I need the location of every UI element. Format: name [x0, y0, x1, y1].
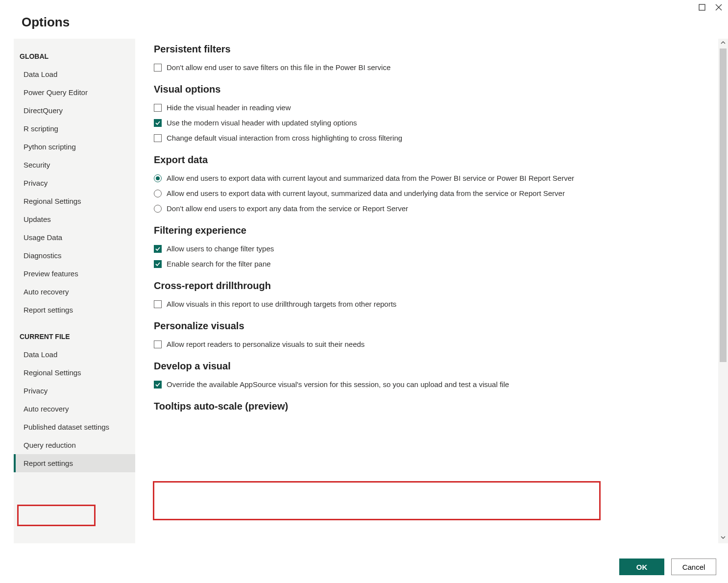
radio-export-underlying[interactable]	[154, 190, 162, 197]
maximize-icon[interactable]	[699, 4, 705, 12]
sidebar-heading-current: CURRENT FILE	[14, 328, 135, 345]
sidebar-item-cf-auto-recovery[interactable]: Auto recovery	[14, 400, 135, 418]
checkbox-override-appsource[interactable]	[154, 381, 162, 389]
sidebar-item-diagnostics[interactable]: Diagnostics	[14, 246, 135, 265]
checkbox-cross-report-drillthrough[interactable]	[154, 300, 162, 308]
label-modern-visual-header: Use the modern visual header with update…	[167, 119, 357, 127]
sidebar-item-directquery[interactable]: DirectQuery	[14, 101, 135, 120]
section-title-cross-report: Cross-report drillthrough	[154, 280, 689, 292]
radio-export-none[interactable]	[154, 205, 162, 213]
sidebar-item-r-scripting[interactable]: R scripting	[14, 120, 135, 138]
sidebar-item-cf-report-settings[interactable]: Report settings	[14, 454, 135, 472]
section-title-develop-visual: Develop a visual	[154, 361, 689, 372]
sidebar-item-preview-features[interactable]: Preview features	[14, 265, 135, 283]
scrollbar[interactable]	[718, 39, 728, 543]
scroll-down-icon[interactable]	[720, 534, 726, 543]
scroll-track[interactable]	[718, 49, 728, 534]
label-override-appsource: Override the available AppSource visual'…	[167, 380, 509, 389]
sidebar-item-report-settings-global[interactable]: Report settings	[14, 301, 135, 319]
label-persistent-filters: Don't allow end user to save filters on …	[167, 63, 390, 72]
sidebar-item-updates[interactable]: Updates	[14, 210, 135, 228]
checkbox-modern-visual-header[interactable]	[154, 119, 162, 127]
label-cross-filtering: Change default visual interaction from c…	[167, 134, 402, 142]
sidebar-item-privacy[interactable]: Privacy	[14, 174, 135, 192]
label-export-summarized: Allow end users to export data with curr…	[167, 174, 574, 182]
sidebar-item-python-scripting[interactable]: Python scripting	[14, 138, 135, 156]
sidebar-heading-global: GLOBAL	[14, 48, 135, 65]
dialog-title: Options	[0, 0, 728, 39]
sidebar-item-regional-settings[interactable]: Regional Settings	[14, 192, 135, 210]
radio-export-summarized[interactable]	[154, 174, 162, 182]
label-hide-visual-header: Hide the visual header in reading view	[167, 103, 291, 112]
scroll-thumb[interactable]	[720, 49, 727, 362]
sidebar-item-data-load[interactable]: Data Load	[14, 65, 135, 83]
label-personalize-visuals: Allow report readers to personalize visu…	[167, 340, 364, 348]
label-search-filter-pane: Enable search for the filter pane	[167, 260, 271, 268]
checkbox-hide-visual-header[interactable]	[154, 104, 162, 112]
sidebar-item-auto-recovery[interactable]: Auto recovery	[14, 283, 135, 301]
sidebar-item-security[interactable]: Security	[14, 156, 135, 174]
section-title-filtering-experience: Filtering experience	[154, 225, 689, 236]
checkbox-personalize-visuals[interactable]	[154, 340, 162, 348]
sidebar: GLOBAL Data Load Power Query Editor Dire…	[14, 39, 135, 543]
sidebar-item-cf-data-load[interactable]: Data Load	[14, 345, 135, 364]
sidebar-item-cf-privacy[interactable]: Privacy	[14, 382, 135, 400]
scroll-up-icon[interactable]	[720, 39, 726, 49]
sidebar-item-cf-published-dataset[interactable]: Published dataset settings	[14, 418, 135, 436]
checkbox-persistent-filters[interactable]	[154, 64, 162, 72]
sidebar-item-power-query-editor[interactable]: Power Query Editor	[14, 83, 135, 101]
checkbox-change-filter-types[interactable]	[154, 245, 162, 253]
section-title-personalize: Personalize visuals	[154, 320, 689, 332]
cancel-button[interactable]: Cancel	[671, 559, 716, 575]
close-icon[interactable]	[715, 4, 722, 12]
section-title-export-data: Export data	[154, 154, 689, 166]
svg-rect-0	[699, 4, 705, 10]
sidebar-item-usage-data[interactable]: Usage Data	[14, 228, 135, 246]
section-title-tooltips: Tooltips auto-scale (preview)	[154, 401, 689, 412]
checkbox-search-filter-pane[interactable]	[154, 260, 162, 268]
label-export-none: Don't allow end users to export any data…	[167, 204, 408, 213]
sidebar-item-cf-regional-settings[interactable]: Regional Settings	[14, 364, 135, 382]
content-pane: Persistent filters Don't allow end user …	[135, 39, 704, 543]
label-export-underlying: Allow end users to export data with curr…	[167, 189, 565, 197]
sidebar-item-cf-query-reduction[interactable]: Query reduction	[14, 436, 135, 454]
checkbox-cross-filtering[interactable]	[154, 134, 162, 142]
ok-button[interactable]: OK	[619, 559, 664, 575]
section-title-persistent-filters: Persistent filters	[154, 44, 689, 55]
label-change-filter-types: Allow users to change filter types	[167, 244, 274, 253]
section-title-visual-options: Visual options	[154, 84, 689, 95]
label-cross-report-drillthrough: Allow visuals in this report to use dril…	[167, 300, 396, 308]
